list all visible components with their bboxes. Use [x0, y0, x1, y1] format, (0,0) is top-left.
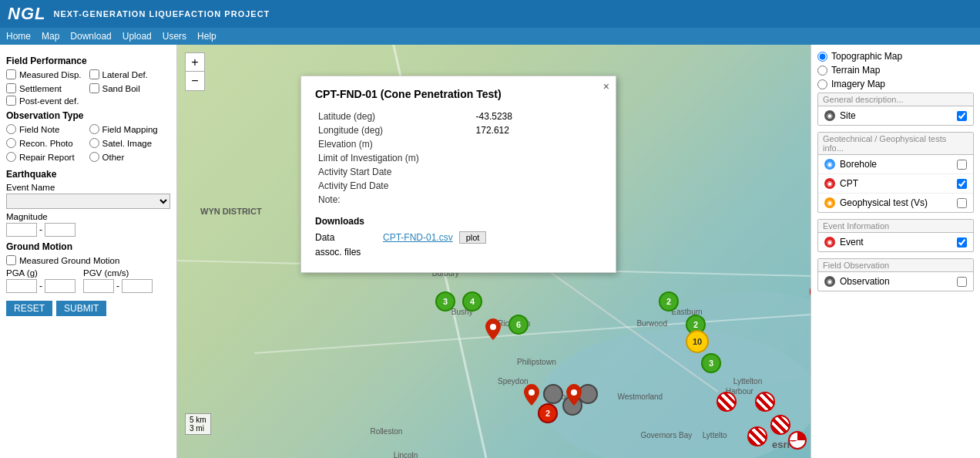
- measured-gm-checkbox[interactable]: [6, 255, 16, 265]
- satel-image-radio[interactable]: [89, 138, 99, 148]
- settlement-label: Settlement: [19, 84, 62, 93]
- popup-end-label: Activity End Date: [315, 179, 473, 193]
- post-event-label: Post-event def.: [19, 96, 79, 106]
- gray-marker-1[interactable]: [543, 384, 563, 404]
- observation-item[interactable]: ◉ Observation: [818, 272, 973, 291]
- post-event-checkbox[interactable]: [6, 96, 16, 106]
- main-layout: Field Performance Measured Disp. Lateral…: [0, 45, 980, 458]
- geo-vs-label: Geophysical test (Vs): [840, 197, 928, 208]
- geo-icon: ◉: [824, 197, 835, 208]
- pgv-range: -: [83, 279, 153, 293]
- popup-lat-value: -43.5238: [473, 109, 602, 123]
- red-pin-1[interactable]: [485, 318, 501, 342]
- topo-map-label: Topographic Map: [831, 51, 902, 62]
- red-pin-2[interactable]: [524, 384, 539, 408]
- imagery-map-radio[interactable]: [817, 79, 827, 89]
- event-marker-1[interactable]: [717, 392, 737, 412]
- geo-vs-item[interactable]: ◉ Geophysical test (Vs): [818, 194, 973, 212]
- popup-note-label: Note:: [315, 193, 473, 207]
- assoc-files-row: assoc. files: [315, 247, 602, 258]
- popup-close-button[interactable]: ×: [603, 80, 609, 93]
- observation-icon: ◉: [824, 276, 835, 287]
- geo-vs-checkbox[interactable]: [957, 198, 967, 208]
- csv-link[interactable]: CPT-FND-01.csv: [383, 232, 453, 243]
- site-checkbox[interactable]: [957, 111, 967, 121]
- popup-loi-value: [473, 151, 602, 165]
- magnitude-min[interactable]: [6, 223, 37, 237]
- cluster-marker-4[interactable]: 6: [508, 315, 529, 335]
- popup-row-loi: Limit of Investigation (m): [315, 151, 602, 165]
- svg-point-23: [529, 389, 535, 396]
- zoom-out-button[interactable]: −: [186, 72, 204, 90]
- pgv-max[interactable]: [122, 279, 153, 293]
- popup-elev-label: Elevation (m): [315, 137, 473, 151]
- logo-subtitle: NEXT-GENERATION LIQUEFACTION PROJECT: [53, 9, 270, 19]
- event-checkbox[interactable]: [957, 237, 967, 248]
- field-mapping-radio[interactable]: [89, 124, 99, 134]
- nav-users[interactable]: Users: [163, 31, 186, 42]
- recon-photo-radio[interactable]: [6, 138, 16, 148]
- observation-item-left: ◉ Observation: [824, 276, 890, 287]
- measured-gm-label: Measured Ground Motion: [19, 256, 119, 265]
- nav-download[interactable]: Download: [70, 31, 111, 42]
- action-buttons: RESET SUBMIT: [6, 301, 170, 316]
- nav-upload[interactable]: Upload: [123, 31, 152, 42]
- cpt-checkbox[interactable]: [957, 179, 967, 189]
- site-item-left: ◉ Site: [824, 110, 856, 121]
- other-radio[interactable]: [89, 152, 99, 162]
- cluster-marker-3[interactable]: 2: [659, 291, 679, 312]
- popup-row-elev: Elevation (m): [315, 137, 602, 151]
- zoom-in-button[interactable]: +: [186, 53, 204, 72]
- plot-button[interactable]: plot: [459, 231, 487, 244]
- popup-row-note: Note:: [315, 193, 602, 207]
- event-name-select[interactable]: [6, 194, 170, 209]
- magnitude-max[interactable]: [45, 223, 76, 237]
- field-note-row: Field Note: [6, 124, 88, 134]
- svg-point-22: [490, 324, 496, 330]
- recon-photo-label: Recon. Photo: [19, 139, 73, 148]
- field-mapping-label: Field Mapping: [102, 125, 158, 134]
- topo-map-radio[interactable]: [817, 52, 827, 62]
- settlement-row: Settlement: [6, 83, 88, 93]
- reset-button[interactable]: RESET: [6, 301, 52, 316]
- submit-button[interactable]: SUBMIT: [56, 301, 106, 316]
- cluster-marker-6[interactable]: 3: [701, 353, 721, 373]
- map-container[interactable]: WYN DISTRICT Riccarton Philipstown Speyd…: [177, 45, 811, 458]
- popup-lat-label: Latitude (deg): [315, 109, 473, 123]
- red-pin-3[interactable]: [566, 384, 582, 408]
- topo-map-row: Topographic Map: [817, 51, 974, 62]
- pga-range: -: [6, 279, 76, 293]
- cpt-item[interactable]: ◉ CPT: [818, 174, 973, 194]
- site-label: Site: [840, 110, 856, 121]
- event-item[interactable]: ◉ Event: [818, 233, 973, 251]
- settlement-checkbox[interactable]: [6, 83, 16, 93]
- pga-min[interactable]: [6, 279, 37, 293]
- event-marker-2[interactable]: [755, 392, 775, 412]
- pgv-min[interactable]: [83, 279, 114, 293]
- event-marker-4[interactable]: [747, 426, 767, 446]
- cluster-yellow-1[interactable]: 10: [686, 330, 709, 353]
- sand-boil-checkbox[interactable]: [89, 83, 99, 93]
- observation-checkbox[interactable]: [957, 277, 967, 287]
- borehole-item[interactable]: ◉ Borehole: [818, 155, 973, 174]
- nav-help[interactable]: Help: [197, 31, 216, 42]
- measured-disp-checkbox[interactable]: [6, 69, 16, 79]
- nav-home[interactable]: Home: [6, 31, 31, 42]
- field-note-radio[interactable]: [6, 124, 16, 134]
- half-circle-marker[interactable]: [809, 280, 811, 305]
- repair-report-radio[interactable]: [6, 152, 16, 162]
- pga-max[interactable]: [45, 279, 76, 293]
- imagery-map-row: Imagery Map: [817, 79, 974, 89]
- ground-motion-title: Ground Motion: [6, 241, 170, 252]
- cluster-marker-2[interactable]: 4: [462, 291, 482, 312]
- terrain-map-label: Terrain Map: [831, 65, 880, 76]
- popup-row-start: Activity Start Date: [315, 165, 602, 179]
- borehole-checkbox[interactable]: [957, 160, 967, 170]
- terrain-map-radio[interactable]: [817, 66, 827, 76]
- borehole-label: Borehole: [840, 159, 877, 170]
- nav-map[interactable]: Map: [42, 31, 59, 42]
- site-item[interactable]: ◉ Site: [818, 106, 973, 125]
- cluster-marker-1[interactable]: 3: [435, 291, 455, 312]
- popup-row-lat: Latitude (deg) -43.5238: [315, 109, 602, 123]
- lateral-def-checkbox[interactable]: [89, 69, 99, 79]
